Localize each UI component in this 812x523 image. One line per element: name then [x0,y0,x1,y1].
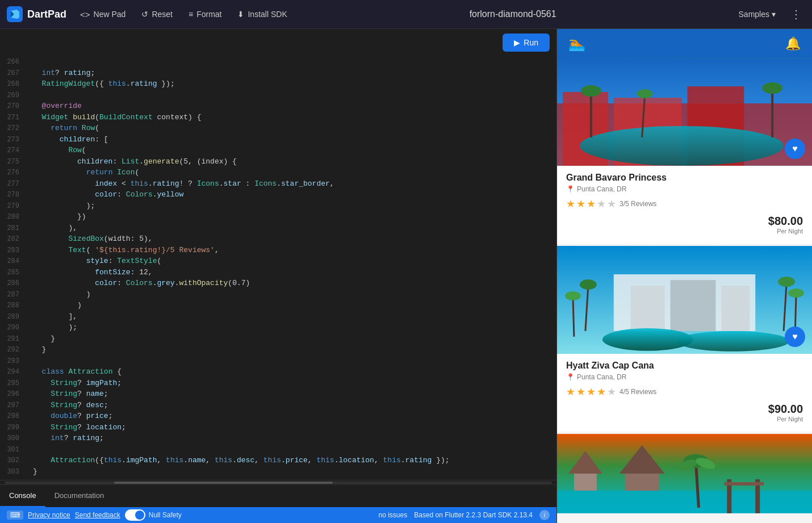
table-row: 270 @override [0,101,454,112]
more-menu-button[interactable]: ⋮ [787,5,805,23]
favorite-button-1[interactable]: ♥ [785,139,805,159]
line-code: Text( '${this.rating!}/5 Reviews', [28,245,454,256]
line-number: 293 [0,355,28,367]
line-code: fontSize: 12, [28,267,454,278]
swimming-icon: 🏊 [568,36,585,52]
tab-console[interactable]: Console [0,485,45,507]
line-number: 298 [0,411,28,422]
svg-rect-16 [631,286,665,331]
per-night-2: Per Night [777,416,803,422]
new-pad-button[interactable]: <> New Pad [73,6,132,23]
table-row: 275 children: List.generate(5, (index) { [0,156,454,168]
install-sdk-label: Install SDK [248,10,287,19]
svg-point-7 [580,126,784,166]
line-number: 297 [0,400,28,411]
table-row: 303} [0,466,454,478]
table-row: 280 }) [0,211,454,223]
line-number: 270 [0,101,28,112]
reset-label: Reset [152,10,173,19]
hotel-price-1: $80.00 [768,215,803,228]
price-row-2: $90.00 Per Night [566,403,803,422]
line-number: 295 [0,378,28,389]
line-code: SizedBox(width: 5), [28,233,454,245]
logo: DartPad [7,6,66,22]
reviews-text-2: 4/5 Reviews [620,388,656,396]
table-row: 272 return Row( [0,123,454,134]
line-code: String? imgPath; [28,378,454,389]
line-number: 267 [0,68,28,79]
info-icon[interactable]: i [539,510,550,520]
feedback-link[interactable]: Send feedback [75,511,120,519]
run-button[interactable]: ▶ Run [503,34,550,52]
code-area[interactable]: 266 267 int? rating;268 RatingWidget({ t… [0,56,556,480]
line-number: 279 [0,200,28,212]
table-row: 279 ); [0,200,454,212]
line-number: 266 [0,56,28,68]
code-table: 266 267 int? rating;268 RatingWidget({ t… [0,56,454,477]
line-code: double? price; [28,411,454,422]
privacy-link[interactable]: Privacy notice [28,511,70,519]
svg-point-24 [778,277,795,287]
table-row: 289 ], [0,311,454,323]
line-number: 274 [0,145,28,156]
navbar: DartPad <> New Pad ↺ Reset ≡ Format ⬇ In… [0,0,812,29]
install-sdk-button[interactable]: ⬇ Install SDK [231,6,294,22]
star-1-1: ★ [566,198,575,210]
star-1-3: ★ [587,198,596,210]
line-code: Attraction({this.imgPath, this.name, thi… [28,455,454,466]
line-number: 282 [0,233,28,245]
reviews-text-1: 3/5 Reviews [620,200,656,208]
table-row: 288 ) [0,300,454,311]
table-row: 291 } [0,333,454,345]
table-row: 300 int? rating; [0,433,454,444]
line-code: @override [28,101,454,112]
table-row: 269 [0,90,454,101]
code-scroll[interactable]: 266 267 int? rating;268 RatingWidget({ t… [0,56,556,480]
hotel-stars-2: ★ ★ ★ ★ ★ 4/5 Reviews [566,386,803,398]
bell-icon: 🔔 [785,36,801,51]
horizontal-scrollbar[interactable] [0,480,556,484]
table-row: 273 children: [ [0,134,454,145]
navbar-right: Samples ▾ ⋮ [732,5,805,23]
line-number: 296 [0,388,28,400]
svg-point-20 [676,331,790,352]
line-number: 299 [0,422,28,433]
line-code: index < this.rating! ? Icons.star : Icon… [28,178,454,190]
table-row: 267 int? rating; [0,68,454,79]
reset-button[interactable]: ↺ Reset [135,6,179,22]
line-code: int? rating; [28,68,454,79]
line-code [28,444,454,455]
line-number: 294 [0,366,28,378]
line-number: 271 [0,112,28,123]
reset-icon: ↺ [141,10,148,19]
favorite-button-2[interactable]: ♥ [785,327,805,347]
format-button[interactable]: ≡ Format [182,6,229,22]
preview-scroll[interactable]: ♥ Grand Bavaro Princess 📍 Punta Cana, DR… [557,58,812,523]
svg-point-22 [580,279,597,290]
svg-rect-18 [721,286,750,331]
main-content: ▶ Run 266 267 int? rating;268 RatingWidg… [0,29,812,523]
chevron-down-icon: ▾ [772,10,776,19]
hotel-image-1: ♥ [557,58,812,166]
svg-line-25 [573,297,574,337]
table-row: 299 String? location; [0,422,454,433]
table-row: 271 Widget build(BuildContext context) { [0,112,454,123]
table-row: 302 Attraction({this.imgPath, this.name,… [0,455,454,466]
hotel-info-1: Grand Bavaro Princess 📍 Punta Cana, DR ★… [557,166,812,244]
scrollbar-thumb [114,482,333,484]
table-row: 296 String? name; [0,388,454,400]
line-code: class Attraction { [28,366,454,378]
app-title: DartPad [27,9,66,20]
svg-rect-17 [671,280,716,331]
tab-documentation[interactable]: Documentation [45,485,113,507]
line-number: 268 [0,78,28,90]
line-number: 301 [0,444,28,455]
status-right: no issues Based on Flutter 2.2.3 Dart SD… [379,510,550,520]
hotel-stars-1: ★ ★ ★ ★ ★ 3/5 Reviews [566,198,803,210]
hotel-name-2: Hyatt Ziva Cap Cana [566,361,803,371]
null-safety-toggle[interactable] [125,509,145,521]
samples-label: Samples [739,10,769,19]
line-code: children: [ [28,134,454,145]
line-number: 272 [0,123,28,134]
samples-button[interactable]: Samples ▾ [732,6,782,22]
